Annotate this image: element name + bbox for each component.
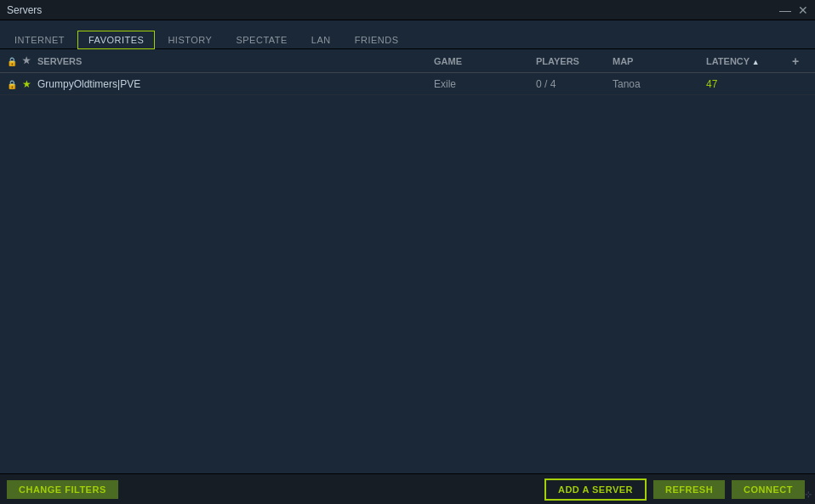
table-body: 🔒 ★ GrumpyOldtimers|PVE Exile 0 / 4 Tano… [0, 73, 815, 473]
add-server-button[interactable]: ADD A SERVER [544, 479, 647, 501]
window-controls: — ✕ [779, 4, 808, 16]
fav-header-icon: ★ [22, 55, 31, 65]
col-latency[interactable]: LATENCY [706, 56, 783, 66]
minimize-button[interactable]: — [779, 4, 791, 16]
row-fav: ★ [22, 78, 37, 90]
row-lock: 🔒 [7, 78, 22, 90]
table-row[interactable]: 🔒 ★ GrumpyOldtimers|PVE Exile 0 / 4 Tano… [0, 73, 815, 95]
tab-lan[interactable]: LAN [300, 31, 342, 49]
resize-indicator: ⊹ [805, 490, 812, 499]
tab-internet[interactable]: INTERNET [3, 31, 76, 49]
row-latency: 47 [706, 78, 783, 90]
refresh-button[interactable]: REFRESH [653, 480, 725, 499]
col-game[interactable]: GAME [434, 56, 536, 66]
tab-friends[interactable]: FRIENDS [344, 31, 410, 49]
main-content: 🔒 ★ SERVERS GAME PLAYERS MAP LATENCY + 🔒… [0, 49, 815, 473]
col-lock: 🔒 [7, 56, 22, 66]
lock-header-icon: 🔒 [7, 57, 17, 66]
connect-button[interactable]: CONNECT [732, 480, 805, 499]
add-column-icon[interactable]: + [792, 54, 799, 68]
row-game: Exile [434, 78, 536, 90]
col-servers[interactable]: SERVERS [37, 56, 434, 66]
tab-spectate[interactable]: SPECTATE [225, 31, 298, 49]
tabbar: INTERNET FAVORITES HISTORY SPECTATE LAN … [0, 20, 815, 49]
col-players[interactable]: PLAYERS [536, 56, 613, 66]
tab-history[interactable]: HISTORY [157, 31, 223, 49]
bottombar: CHANGE FILTERS ADD A SERVER REFRESH CONN… [0, 473, 815, 504]
col-map[interactable]: MAP [613, 56, 706, 66]
titlebar: Servers — ✕ [0, 0, 815, 20]
close-button[interactable]: ✕ [798, 4, 808, 16]
col-fav: ★ [22, 55, 37, 66]
lock-icon: 🔒 [7, 80, 17, 89]
tab-favorites[interactable]: FAVORITES [77, 31, 155, 49]
row-server-name: GrumpyOldtimers|PVE [37, 78, 434, 90]
table-header: 🔒 ★ SERVERS GAME PLAYERS MAP LATENCY + [0, 49, 815, 73]
fav-icon: ★ [22, 78, 31, 90]
row-map: Tanoa [613, 78, 706, 90]
row-players: 0 / 4 [536, 78, 613, 90]
col-add: + [783, 54, 808, 68]
window-title: Servers [7, 4, 42, 16]
change-filters-button[interactable]: CHANGE FILTERS [7, 480, 118, 499]
